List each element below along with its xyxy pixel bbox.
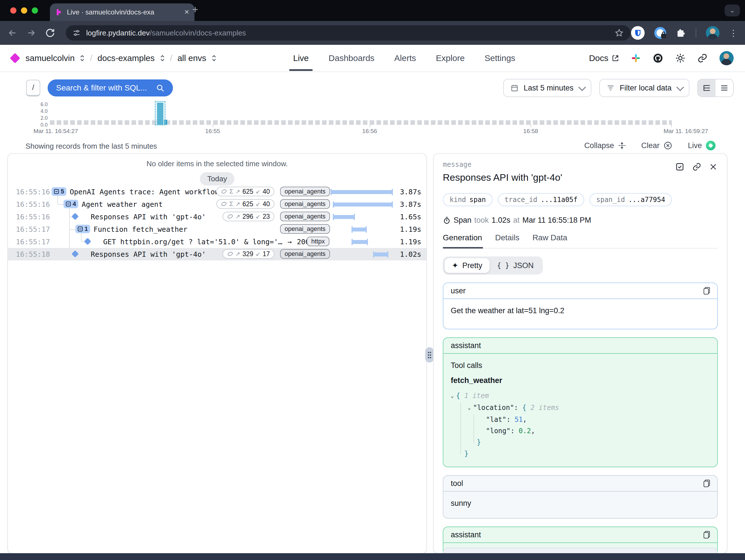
y-tick: 0.0 [33,122,47,128]
copy-icon[interactable] [704,531,710,538]
bitwarden-extension-icon[interactable] [631,26,645,40]
nav-tab-alerts[interactable]: Alerts [394,53,416,63]
updown-chevron-icon[interactable] [212,55,217,62]
live-toggle[interactable]: Live [688,141,715,150]
breadcrumb-env[interactable]: all envs [177,53,206,63]
site-settings-icon[interactable] [72,29,80,37]
archive-check-icon[interactable] [675,162,684,172]
extensions-puzzle-icon[interactable] [676,28,686,38]
share-link-icon[interactable] [698,53,708,63]
table-row[interactable]: 16:55:16 5 OpenAI Agents trace: Agent wo… [8,186,426,198]
breadcrumb-org[interactable]: samuelcolvin [26,53,74,63]
item-count: 1 item [464,392,489,400]
item-count: 2 items [530,404,559,412]
scope-tag[interactable]: openai_agents [280,224,330,234]
forward-icon[interactable] [26,28,36,38]
nav-tab-explore[interactable]: Explore [436,53,465,63]
x-tick-mark [671,125,672,127]
address-bar[interactable]: logfire.pydantic.dev/samuelcolvin/docs-e… [66,25,630,40]
scope-tag[interactable]: httpx [307,237,329,246]
sparkle-icon: ✦ [452,261,458,270]
tab-raw-data[interactable]: Raw Data [532,233,567,242]
pill-key: trace_id [505,196,538,204]
trace-id-pill[interactable]: trace_id...11a05f [498,193,585,206]
new-tab-button[interactable]: + [192,4,198,15]
search-filter-button[interactable]: Search & filter with SQL... [47,80,173,96]
showing-records-text: Showing records from the last 5 minutes [26,142,157,151]
password-extension-icon[interactable] [654,27,666,39]
role-label: assistant [451,530,481,539]
duration-bar [333,203,392,207]
chart-selection-box[interactable] [155,101,166,125]
next-message-cutoff [443,548,718,553]
user-avatar[interactable] [719,51,734,65]
docs-link[interactable]: Docs [589,53,619,63]
bookmark-star-icon[interactable] [615,28,624,37]
breadcrumb-project[interactable]: docs-examples [98,53,155,63]
list-view-button[interactable] [715,80,733,96]
timeline-chart[interactable]: 6.0 4.0 2.0 0.0 Mar 11. 16:54:27 16:55 1… [0,101,745,138]
tree-view-button[interactable] [698,80,715,96]
child-count: 1 [85,225,88,232]
table-row-selected[interactable]: 16:55:18 Responses API with 'gpt-4o' ↗32… [8,248,426,260]
tab-generation[interactable]: Generation [443,233,482,242]
browser-profile-avatar[interactable] [706,26,719,40]
time-range-select[interactable]: Last 5 minutes [503,79,591,97]
nav-tab-settings[interactable]: Settings [484,53,515,63]
json-view-button[interactable]: { } JSON [490,258,541,273]
today-button[interactable]: Today [200,172,234,186]
collapse-chevron-icon[interactable]: ⌄ [468,402,471,413]
browser-menu-icon[interactable]: ⋮ [729,28,738,38]
span-id-pill[interactable]: span_id...a77954 [589,193,672,206]
attribute-pills: kindspan trace_id...11a05f span_id...a77… [443,193,718,206]
github-icon[interactable] [653,53,663,64]
logfire-logo-icon[interactable] [10,53,21,64]
span-timestamp: Mar 11 16:55:18 PM [522,216,591,225]
nav-tab-dashboards[interactable]: Dashboards [329,53,375,63]
window-close-button[interactable] [10,7,17,13]
pretty-view-button[interactable]: ✦ Pretty [445,258,490,273]
copy-link-icon[interactable] [692,162,701,172]
nav-tab-live[interactable]: Live [293,53,309,63]
panel-resize-handle[interactable] [425,347,434,363]
collapse-button[interactable]: Collapse [584,141,626,150]
kind-pill: kindspan [443,193,493,206]
json-value: 51 [515,415,523,424]
tab-search-button[interactable]: ⌄ [724,4,740,17]
clear-button[interactable]: Clear [641,141,673,150]
span-duration: 1.02s [492,216,510,225]
slack-icon[interactable] [631,53,641,63]
pill-key: span_id [596,196,625,204]
copy-icon[interactable] [704,480,710,487]
scope-tag[interactable]: openai_agents [280,187,330,196]
filter-local-data-select[interactable]: Filter local data [599,79,689,97]
collapse-badge[interactable]: 1 [75,225,90,233]
collapse-badge[interactable]: 5 [52,187,66,196]
scope-tag[interactable]: openai_agents [280,212,330,221]
external-link-icon [612,55,619,62]
tab-details[interactable]: Details [495,233,520,242]
close-icon[interactable] [709,163,717,171]
theme-sun-icon[interactable] [675,53,685,63]
browser-tab[interactable]: Live · samuelcolvin/docs-exa ✕ [50,3,194,21]
table-row[interactable]: 16:55:17 1 Function fetch_weather openai… [8,223,426,236]
filter-value: Filter local data [620,84,672,92]
table-row[interactable]: 16:55:16 Responses API with 'gpt-4o' ↗29… [8,211,426,223]
message-card-assistant-tool-calls: assistant Tool calls fetch_weather ⌄{ 1 … [443,337,718,467]
copy-icon[interactable] [704,287,710,294]
window-minimize-button[interactable] [21,7,27,13]
scope-tag[interactable]: openai_agents [280,199,330,209]
collapse-chevron-icon[interactable]: ⌄ [451,390,454,401]
scope-tag[interactable]: openai_agents [280,249,330,259]
url-path: /samuelcolvin/docs-examples [150,29,246,37]
collapse-badge[interactable]: 4 [64,200,78,208]
reload-icon[interactable] [45,28,55,38]
table-row[interactable]: 16:55:17 GET httpbin.org/get ? lat='51.0… [8,236,426,248]
updown-chevron-icon[interactable] [160,55,165,62]
table-row[interactable]: 16:55:16 4 Agent weather agent Σ ↗625 ↙4… [8,198,426,211]
updown-chevron-icon[interactable] [80,55,85,62]
browser-tab-strip: Live · samuelcolvin/docs-exa ✕ + ⌄ [0,0,745,21]
window-zoom-button[interactable] [32,7,38,13]
tab-close-icon[interactable]: ✕ [184,8,189,16]
back-icon[interactable] [7,28,18,38]
